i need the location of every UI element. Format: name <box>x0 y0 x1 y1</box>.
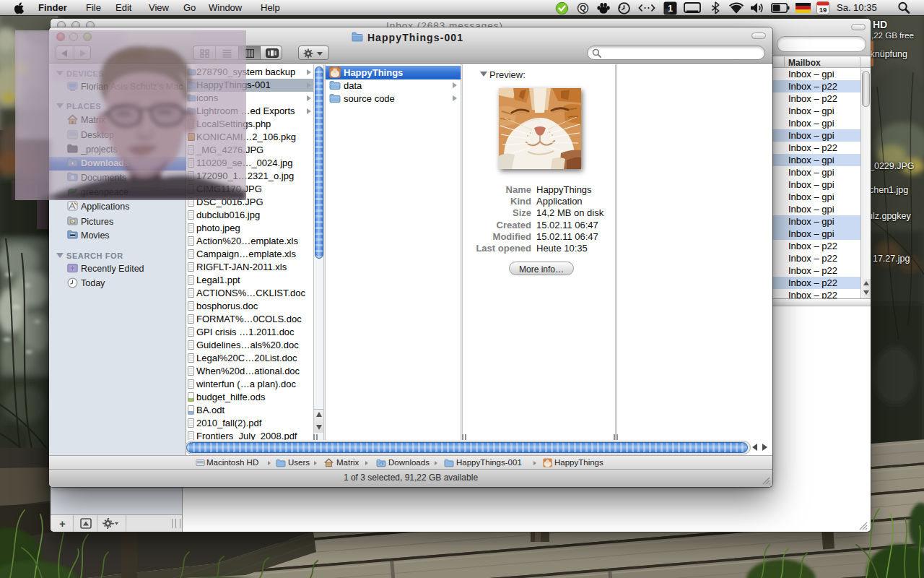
svg-text:19: 19 <box>819 6 827 14</box>
svg-text:1: 1 <box>668 4 673 14</box>
svg-text:Q: Q <box>580 4 586 12</box>
